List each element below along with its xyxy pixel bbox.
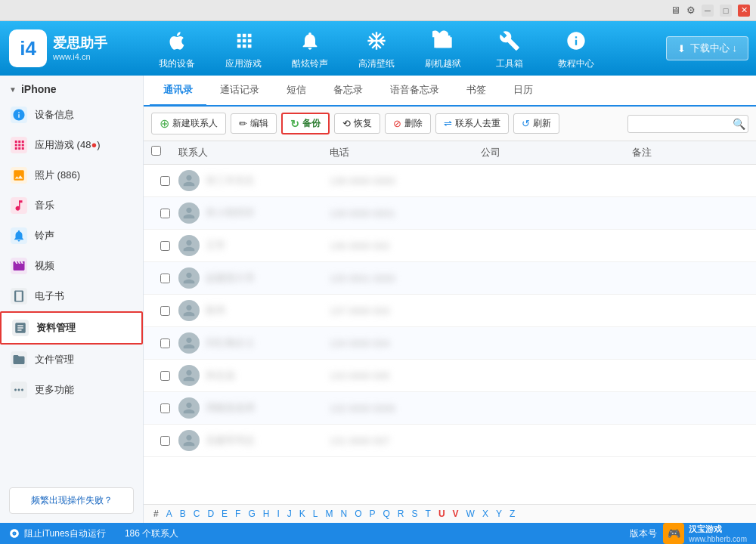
sidebar-item-more[interactable]: 更多功能 (0, 375, 143, 405)
new-contact-button[interactable]: ⊕ 新建联系人 (151, 113, 226, 134)
alpha-b[interactable]: B (178, 508, 188, 520)
alpha-a[interactable]: A (164, 508, 175, 520)
sidebar-item-file-mgmt[interactable]: 文件管理 (0, 345, 143, 375)
table-row[interactable]: 赵建国大哥 135 0001 0000 (144, 262, 756, 295)
table-row[interactable]: 张三丰先生 138 0000 0000 (144, 165, 756, 197)
table-row[interactable]: 吴建军同志 131 0000 007 (144, 425, 756, 457)
tab-bookmarks[interactable]: 书签 (453, 76, 500, 107)
alpha-e[interactable]: E (219, 508, 230, 520)
alpha-z[interactable]: Z (507, 508, 517, 520)
chevron-down-icon: ▼ (9, 85, 17, 94)
search-box[interactable]: 🔍 (627, 115, 748, 133)
row-checkbox[interactable] (160, 403, 170, 413)
sidebar-item-ebook[interactable]: 电子书 (0, 281, 143, 311)
table-row[interactable]: 李小明同学 139 0000 0001 (144, 197, 756, 230)
restore-button[interactable]: ⟲ 恢复 (334, 113, 380, 134)
row-checkbox[interactable] (160, 241, 170, 251)
alpha-i[interactable]: I (274, 508, 281, 520)
delete-icon: ⊘ (393, 118, 401, 129)
nav-wallpaper-label: 高清壁纸 (358, 57, 395, 70)
logo-title: 爱思助手 (53, 36, 107, 52)
alpha-w[interactable]: W (464, 508, 477, 520)
sidebar-item-photos[interactable]: 照片 (886) (0, 160, 143, 190)
nav-jailbreak[interactable]: 刷机越狱 (410, 21, 476, 76)
nav-tools[interactable]: 工具箱 (476, 21, 543, 76)
itunes-icon (9, 528, 20, 539)
logo-sub: www.i4.cn (53, 52, 107, 61)
table-row[interactable]: 孙志远 133 0000 005 (144, 360, 756, 392)
alpha-n[interactable]: N (338, 508, 349, 520)
contact-name: 刘红梅女士 (206, 336, 255, 350)
refresh-button[interactable]: ↺ 刷新 (513, 113, 559, 134)
row-checkbox[interactable] (160, 209, 170, 218)
contact-col-header: 联系人 (178, 146, 330, 159)
table-row[interactable]: 周晓燕老师 132 0000 0006 (144, 392, 756, 425)
more-icon (11, 382, 27, 398)
select-all-checkbox[interactable] (151, 146, 161, 156)
download-button[interactable]: ⬇ 下载中心 ↓ (666, 36, 748, 60)
row-checkbox[interactable] (160, 306, 170, 316)
alpha-v[interactable]: V (451, 508, 461, 520)
alpha-k[interactable]: K (297, 508, 308, 520)
nav-wallpaper[interactable]: 高清壁纸 (343, 21, 410, 76)
backup-icon: ↻ (290, 118, 299, 130)
alpha-g[interactable]: G (246, 508, 257, 520)
tab-calls[interactable]: 通话记录 (206, 76, 273, 107)
alpha-m[interactable]: M (323, 508, 335, 520)
nav-ringtone[interactable]: 酷炫铃声 (277, 21, 343, 76)
close-button[interactable]: ✕ (738, 5, 750, 17)
alpha-j[interactable]: J (285, 508, 294, 520)
nav-tools-label: 工具箱 (496, 57, 523, 70)
alpha-f[interactable]: F (233, 508, 243, 520)
alpha-u[interactable]: U (436, 508, 448, 520)
sidebar-item-video[interactable]: 视频 (0, 251, 143, 281)
nav-tutorial[interactable]: 教程中心 (543, 21, 609, 76)
alpha-y[interactable]: Y (494, 508, 504, 520)
tab-sms[interactable]: 短信 (273, 76, 320, 107)
sidebar-item-apps[interactable]: 应用游戏 (48●) (0, 130, 143, 160)
search-input[interactable] (634, 119, 733, 129)
info-icon (562, 27, 590, 54)
alpha-hash[interactable]: # (151, 508, 161, 520)
row-checkbox[interactable] (160, 436, 170, 446)
snowflake-icon (363, 27, 390, 54)
tools-icon (496, 27, 523, 54)
sidebar-item-device-info[interactable]: 设备信息 (0, 100, 143, 130)
tab-notes[interactable]: 备忘录 (320, 76, 376, 107)
sidebar-bottom: 频繁出现操作失败？ (0, 478, 143, 523)
maximize-button[interactable]: □ (720, 5, 732, 17)
table-row[interactable]: 陈伟 137 0000 003 (144, 295, 756, 327)
alpha-l[interactable]: L (311, 508, 321, 520)
alpha-d[interactable]: D (205, 508, 216, 520)
alpha-q[interactable]: Q (381, 508, 392, 520)
alpha-s[interactable]: S (410, 508, 420, 520)
minimize-button[interactable]: ─ (702, 5, 714, 17)
tab-voice-notes[interactable]: 语音备忘录 (376, 76, 453, 107)
backup-button[interactable]: ↻ 备份 (281, 113, 330, 134)
alpha-t[interactable]: T (423, 508, 433, 520)
tab-calendar[interactable]: 日历 (500, 76, 547, 107)
sidebar-item-music[interactable]: 音乐 (0, 190, 143, 221)
table-row[interactable]: 刘红梅女士 134 0000 004 (144, 327, 756, 360)
table-row[interactable]: 王芳 136 0000 002 (144, 230, 756, 262)
trouble-button[interactable]: 频繁出现操作失败？ (9, 487, 134, 514)
nav-apps[interactable]: 应用游戏 (210, 21, 277, 76)
sidebar-item-ringtones[interactable]: 铃声 (0, 221, 143, 251)
row-checkbox[interactable] (160, 176, 170, 186)
row-checkbox[interactable] (160, 274, 170, 283)
delete-button[interactable]: ⊘ 删除 (385, 113, 431, 134)
avatar (178, 202, 200, 224)
nav-my-device[interactable]: 我的设备 (144, 21, 210, 76)
tab-contacts[interactable]: 通讯录 (150, 76, 206, 107)
alpha-h[interactable]: H (261, 508, 272, 520)
edit-button[interactable]: ✏ 编辑 (231, 113, 277, 134)
merge-button[interactable]: ⇌ 联系人去重 (435, 113, 509, 134)
alpha-c[interactable]: C (191, 508, 203, 520)
row-checkbox[interactable] (160, 338, 170, 348)
sidebar-item-data-mgmt[interactable]: 资料管理 (0, 311, 143, 345)
alpha-r[interactable]: R (395, 508, 407, 520)
alpha-o[interactable]: O (352, 508, 364, 520)
alpha-x[interactable]: X (480, 508, 491, 520)
row-checkbox[interactable] (160, 371, 170, 381)
alpha-p[interactable]: P (367, 508, 378, 520)
